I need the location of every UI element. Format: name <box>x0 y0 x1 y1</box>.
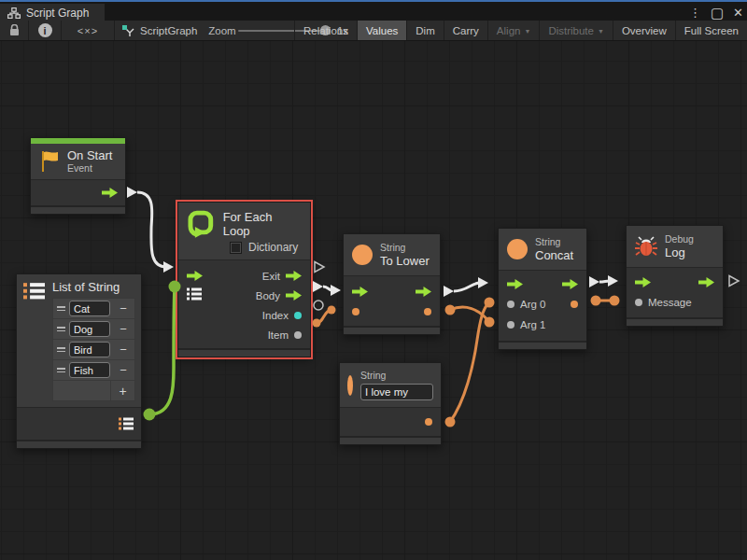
node-title: On Start <box>67 148 112 162</box>
list-item-row: − <box>53 360 134 381</box>
flow-arrow-icon[interactable] <box>698 277 714 287</box>
node-footer <box>178 348 310 357</box>
node-for-each-loop[interactable]: For Each Loop Dictionary Exit <box>177 202 311 357</box>
inspect-button[interactable]: i <box>29 21 61 40</box>
node-footer <box>344 326 440 334</box>
node-debug-log[interactable]: Debug Log Message <box>626 225 724 327</box>
flow-arrow-icon[interactable] <box>562 279 578 289</box>
string-value-input[interactable] <box>360 384 433 400</box>
node-footer <box>340 436 441 444</box>
dictionary-checkbox[interactable] <box>230 242 242 254</box>
remove-item-button[interactable]: − <box>112 343 134 357</box>
node-category: Debug <box>665 233 694 245</box>
remove-item-button[interactable]: − <box>112 363 134 377</box>
list-item-input[interactable] <box>69 342 110 357</box>
code-preview-button[interactable]: <×> <box>62 21 114 40</box>
node-list-of-string[interactable]: List of String − − − <box>16 273 142 449</box>
flow-input-port[interactable] <box>507 279 523 289</box>
drag-handle-icon[interactable] <box>53 347 69 352</box>
dim-button[interactable]: Dim <box>406 21 443 40</box>
flow-arrow-icon <box>352 287 368 297</box>
flow-arrow-icon[interactable] <box>416 287 431 297</box>
zoom-label: Zoom <box>207 21 237 40</box>
node-category: String <box>380 242 430 254</box>
graph-toolbar: i <×> ScriptGraph Zoom 1x Relations Valu… <box>0 21 747 41</box>
result-output-port[interactable] <box>571 301 578 308</box>
flow-arrow-icon[interactable] <box>286 290 302 301</box>
graph-name-label: ScriptGraph <box>140 25 197 36</box>
distribute-dropdown[interactable]: Distribute ▼ <box>539 21 613 40</box>
window-tab-bar: Script Graph ⋮ ▢ ✕ <box>0 0 747 21</box>
node-category: String <box>535 236 573 248</box>
overview-button[interactable]: Overview <box>613 21 675 40</box>
node-on-start[interactable]: On Start Event <box>30 137 126 215</box>
list-item-input[interactable] <box>69 301 110 316</box>
window-close-icon[interactable]: ✕ <box>733 4 743 22</box>
node-subtitle: Event <box>67 162 112 175</box>
remove-item-button[interactable]: − <box>112 322 134 336</box>
node-string-literal[interactable]: String <box>339 362 442 445</box>
node-title: To Lower <box>380 254 430 268</box>
bug-icon <box>635 236 657 257</box>
list-item-row: − <box>53 299 134 319</box>
string-output-port[interactable] <box>424 308 431 315</box>
lock-button[interactable] <box>0 21 28 40</box>
index-output-port[interactable] <box>294 312 302 319</box>
arg0-input-port[interactable] <box>507 301 514 308</box>
drag-handle-icon[interactable] <box>53 306 69 311</box>
flow-arrow-icon[interactable] <box>286 271 302 281</box>
script-graph-icon <box>121 24 134 37</box>
list-item-input[interactable] <box>69 321 110 337</box>
drag-handle-icon[interactable] <box>53 327 69 331</box>
unity-visual-scripting-window: Script Graph ⋮ ▢ ✕ i <×> <box>0 0 747 560</box>
loop-icon <box>187 209 215 239</box>
window-menu-icon[interactable]: ⋮ <box>689 4 701 22</box>
string-type-icon <box>507 239 528 259</box>
graph-breadcrumb[interactable]: ScriptGraph <box>121 21 205 40</box>
node-title: For Each Loop <box>223 210 302 238</box>
add-item-button[interactable]: + <box>110 381 134 400</box>
node-title: Concat <box>535 248 573 262</box>
relations-button[interactable]: Relations <box>294 21 357 40</box>
node-footer <box>627 317 723 326</box>
values-button[interactable]: Values <box>357 21 406 40</box>
chevron-down-icon: ▼ <box>524 26 530 35</box>
node-to-lower[interactable]: String To Lower <box>343 233 441 335</box>
string-output-port[interactable] <box>425 418 432 426</box>
remove-item-button[interactable]: − <box>112 301 134 315</box>
node-concat[interactable]: String Concat Arg 0 Arg 1 <box>498 228 587 350</box>
message-input-port[interactable] <box>635 299 642 306</box>
lock-icon <box>9 24 20 36</box>
arg1-input-port[interactable] <box>507 321 514 329</box>
port-label-exit: Exit <box>262 271 280 282</box>
node-footer <box>17 440 141 448</box>
list-item-row: − <box>53 319 134 340</box>
graph-hierarchy-icon <box>7 7 21 19</box>
list-icon <box>23 281 45 301</box>
port-label-arg0: Arg 0 <box>520 299 546 310</box>
align-dropdown[interactable]: Align ▼ <box>487 21 540 40</box>
drag-handle-icon[interactable] <box>53 368 69 372</box>
flow-arrow-icon <box>635 277 651 287</box>
flow-input-port[interactable] <box>635 277 651 287</box>
fullscreen-button[interactable]: Full Screen <box>675 21 747 40</box>
window-maximize-icon[interactable]: ▢ <box>711 4 724 22</box>
string-type-icon <box>347 375 353 396</box>
string-input-port[interactable] <box>352 308 359 315</box>
flow-arrow-icon <box>507 279 523 289</box>
node-title: List of String <box>52 280 135 294</box>
flow-output-port[interactable] <box>102 188 118 198</box>
port-label-body: Body <box>256 290 280 301</box>
flow-input-port[interactable] <box>187 271 203 281</box>
list-item-input[interactable] <box>69 362 110 378</box>
node-footer <box>31 205 125 214</box>
list-input-port[interactable] <box>187 287 202 304</box>
port-label-message: Message <box>648 297 692 308</box>
port-label-arg1: Arg 1 <box>520 319 546 330</box>
carry-button[interactable]: Carry <box>444 21 487 40</box>
flag-icon <box>39 150 60 173</box>
tab-script-graph[interactable]: Script Graph <box>0 4 105 22</box>
list-output-port[interactable] <box>119 417 134 430</box>
flow-input-port[interactable] <box>352 287 368 297</box>
item-output-port[interactable] <box>294 331 302 339</box>
